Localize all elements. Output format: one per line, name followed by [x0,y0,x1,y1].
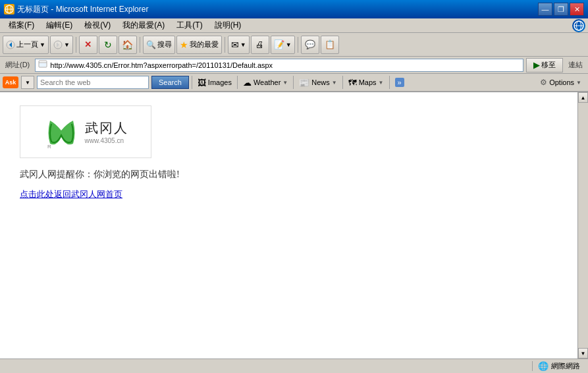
main-toolbar: 上一頁 ▼ ▼ ✕ ↻ 🏠 🔍 搜尋 ★ 我的最愛 ✉ ▼ 🖨 [0,33,588,57]
search-input[interactable] [37,76,149,89]
window-controls[interactable]: — ❐ ✕ [538,3,584,16]
options-button[interactable]: ⚙ Options ▼ [536,75,585,90]
main-content: R 武冈人 www.4305.cn 武冈人网提醒你：你浏览的网页出错啦! 点击此… [0,92,588,359]
maps-icon: 🗺 [348,78,357,88]
search-toolbar-sep-4 [342,76,343,89]
network-status: 🌐 網際網路 [532,361,585,371]
options-gear-icon: ⚙ [540,78,547,87]
home-button[interactable]: 🏠 [119,36,137,54]
favorites-button[interactable]: ★ 我的最愛 [176,36,222,54]
options-dropdown-icon[interactable]: ▼ [576,80,581,86]
images-label: Images [208,78,232,86]
logo-url: www.4305.cn [85,137,124,144]
logo-box: R 武冈人 www.4305.cn [20,105,151,158]
logo-text: 武冈人 www.4305.cn [85,119,128,144]
error-message: 武冈人网提醒你：你浏览的网页出错啦! [20,169,568,181]
discuss-icon: 💬 [305,40,315,49]
search-toolbar: Ask ▼ Search 🖼 Images ☁ Weather ▼ 📰 News… [0,74,588,92]
logo-chinese: 武冈人 [85,119,128,137]
menu-edit[interactable]: 編輯(E) [40,18,78,33]
go-arrow-icon: ▶ [533,61,539,70]
page-icon [38,60,47,71]
menu-favorites[interactable]: 我的最愛(A) [117,18,171,33]
weather-label: Weather [254,78,281,86]
restore-button[interactable]: ❐ [554,3,568,16]
edit-dropdown-icon[interactable]: ▼ [286,42,292,48]
forward-dropdown-icon[interactable]: ▼ [64,42,70,48]
menu-bar: 檔案(F) 編輯(E) 檢視(V) 我的最愛(A) 工具(T) 說明(H) [0,18,588,33]
menu-help[interactable]: 說明(H) [209,18,248,33]
weather-toolbar-item[interactable]: ☁ Weather ▼ [240,75,290,90]
back-button[interactable]: 上一頁 ▼ [3,36,49,54]
search-toolbar-sep-1 [192,76,192,89]
title-bar: 无标题页 - Microsoft Internet Explorer — ❐ ✕ [0,0,588,18]
back-dropdown-icon[interactable]: ▼ [40,42,45,48]
status-bar: 🌐 網際網路 [0,359,588,373]
news-label: News [311,78,330,86]
research-icon: 📋 [325,40,335,49]
favorites-label: 我的最愛 [190,40,219,49]
toolbar-separator-2 [140,37,140,53]
site-logo-svg: R [43,114,80,150]
forward-button[interactable]: ▼ [50,36,73,54]
close-button[interactable]: ✕ [570,3,584,16]
discuss-button[interactable]: 💬 [301,36,319,54]
toolbar-separator-3 [225,37,225,53]
images-toolbar-item[interactable]: 🖼 Images [195,75,234,90]
menu-view[interactable]: 檢視(V) [78,18,117,33]
star-icon: ★ [180,40,188,50]
search-engine-dropdown[interactable]: ▼ [21,76,34,89]
scroll-up-button[interactable]: ▲ [578,92,588,103]
weather-dropdown-icon[interactable]: ▼ [282,80,288,86]
more-toolbar-btn[interactable]: » [392,75,407,90]
print-button[interactable]: 🖨 [251,36,269,54]
address-label: 網址(D) [3,60,32,70]
return-link[interactable]: 点击此处返回武冈人网首页 [20,189,122,199]
toolbar-separator-4 [298,37,298,53]
ie-logo-icon [574,20,584,31]
options-label: Options [549,78,574,86]
news-dropdown-icon[interactable]: ▼ [332,80,337,86]
address-bar: 網址(D) ▶ 移至 連結 [0,57,588,74]
network-label: 網際網路 [551,361,580,371]
weather-icon: ☁ [243,78,252,88]
maps-toolbar-item[interactable]: 🗺 Maps ▼ [346,75,387,90]
links-label: 連結 [566,60,585,70]
print-icon: 🖨 [255,40,264,49]
network-icon: 🌐 [538,361,548,371]
address-input[interactable] [50,61,520,69]
maps-dropdown-icon[interactable]: ▼ [379,80,384,86]
search-label: 搜尋 [157,40,172,49]
mail-button[interactable]: ✉ ▼ [228,36,250,54]
menu-file[interactable]: 檔案(F) [3,18,40,33]
scroll-down-button[interactable]: ▼ [578,348,588,359]
stop-icon: ✕ [84,40,92,49]
news-icon: 📰 [299,78,309,88]
news-toolbar-item[interactable]: 📰 News ▼ [296,75,339,90]
forward-icon [53,40,63,49]
vertical-scrollbar[interactable]: ▲ ▼ [577,92,588,359]
images-icon: 🖼 [198,78,206,88]
refresh-icon: ↻ [104,40,112,50]
edit-icon: 📝 [274,40,284,49]
mail-dropdown-icon[interactable]: ▼ [240,42,246,48]
search-toolbar-sep-5 [389,76,390,89]
edit-button[interactable]: 📝 ▼ [271,36,295,54]
stop-button[interactable]: ✕ [79,36,97,54]
research-button[interactable]: 📋 [321,36,339,54]
minimize-button[interactable]: — [538,3,552,16]
refresh-button[interactable]: ↻ [99,36,117,54]
go-button[interactable]: ▶ 移至 [526,58,563,72]
svg-text:R: R [47,144,51,150]
go-label: 移至 [541,60,556,70]
more-icon: » [395,78,404,87]
back-icon [6,40,15,49]
home-icon: 🏠 [122,40,133,50]
toolbar-separator-1 [76,37,76,53]
search-icon: 🔍 [146,40,156,49]
back-label: 上一頁 [16,40,38,49]
scroll-track[interactable] [578,103,588,348]
search-submit-button[interactable]: Search [151,76,189,89]
menu-tools[interactable]: 工具(T) [171,18,208,33]
search-button[interactable]: 🔍 搜尋 [143,36,175,54]
